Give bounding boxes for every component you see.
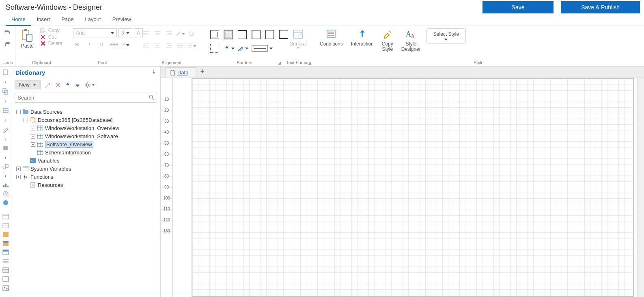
rail-pencil-icon[interactable]: [2, 126, 10, 133]
align-top-left-icon[interactable]: [141, 28, 151, 39]
border-top-icon[interactable]: [238, 30, 250, 39]
bold-icon[interactable]: B: [73, 41, 81, 48]
rail-box-icon[interactable]: [2, 276, 10, 282]
align-right-icon[interactable]: [164, 41, 174, 51]
rail-chevron5-icon[interactable]: ›: [2, 154, 10, 160]
fill-color-dropdown[interactable]: [224, 46, 236, 51]
search-field[interactable]: [17, 95, 149, 101]
copy-style-button[interactable]: Copy Style: [378, 28, 397, 53]
tree-node-table-3[interactable]: + Software_Overview: [13, 140, 159, 148]
move-down-icon[interactable]: [75, 82, 80, 88]
tree-node-table-1[interactable]: + WindowsWorkstation_Overview: [13, 124, 159, 132]
rail-chevron3-icon[interactable]: ›: [2, 117, 10, 123]
copy-button[interactable]: Copy: [40, 28, 62, 33]
tab-preview[interactable]: Preview: [107, 15, 137, 26]
rail-shape-icon[interactable]: [2, 164, 10, 169]
redo-icon[interactable]: [4, 41, 11, 49]
rail-chevron6-icon[interactable]: ›: [2, 173, 10, 179]
save-button[interactable]: Save: [482, 1, 554, 13]
undo-icon[interactable]: [4, 29, 11, 37]
font-name-dropdown[interactable]: Arial: [73, 28, 117, 37]
search-input[interactable]: [15, 93, 157, 103]
svg-rect-30: [3, 232, 9, 237]
rail-panel-icon[interactable]: [2, 249, 10, 255]
interaction-button[interactable]: Interaction: [347, 28, 378, 48]
border-left-icon[interactable]: [252, 30, 264, 39]
copy-label: Copy: [48, 28, 60, 33]
tree-node-variables[interactable]: x Variables: [13, 156, 159, 165]
cut-button[interactable]: Cut: [40, 34, 62, 40]
border-right-icon[interactable]: [265, 30, 278, 39]
angle-icon[interactable]: [175, 28, 185, 39]
rail-clock-icon[interactable]: [2, 191, 10, 197]
border-none-icon[interactable]: [210, 44, 222, 53]
tab-layout[interactable]: Layout: [80, 15, 107, 26]
tree-node-database[interactable]: − Docusnap365 [Ds365Database]: [13, 116, 159, 124]
rail-chart-icon[interactable]: [2, 182, 10, 188]
tree-node-table-2[interactable]: + WindowsWorkstation_Software: [13, 132, 159, 140]
strike-icon[interactable]: abc: [110, 41, 118, 48]
rail-barcode-icon[interactable]: [2, 145, 10, 151]
delete-entry-icon[interactable]: [55, 82, 61, 88]
canvas-tab-data[interactable]: Data: [166, 67, 196, 78]
rail-pages-icon[interactable]: [2, 88, 10, 95]
delete-button[interactable]: Delete: [40, 41, 62, 46]
settings-gear-icon[interactable]: [84, 82, 95, 88]
align-center-icon[interactable]: [153, 41, 162, 51]
rail-list-icon[interactable]: [2, 267, 10, 273]
rail-layers-icon[interactable]: [2, 107, 10, 114]
rotate-icon[interactable]: [187, 28, 196, 39]
font-group-label: Font: [71, 59, 134, 66]
tree-node-functions[interactable]: + fx Functions: [13, 173, 159, 181]
save-publish-button[interactable]: Save & Publish: [561, 1, 640, 13]
rail-page-icon[interactable]: [2, 69, 10, 76]
design-surface[interactable]: [173, 78, 637, 297]
underline-icon[interactable]: U: [97, 41, 106, 48]
rail-chevron2-icon[interactable]: ›: [2, 98, 10, 104]
border-outline-icon[interactable]: [224, 30, 236, 39]
new-button[interactable]: New: [15, 80, 41, 89]
rail-chevron4-icon[interactable]: ›: [2, 136, 10, 142]
rail-globe-icon[interactable]: [2, 200, 10, 206]
align-justify-icon[interactable]: [175, 41, 185, 51]
page-icon: [170, 70, 175, 76]
edit-icon[interactable]: [45, 82, 51, 88]
borders-launcher-icon[interactable]: ◢: [278, 61, 281, 65]
tab-home[interactable]: Home: [6, 15, 31, 26]
svg-point-45: [149, 95, 153, 98]
rail-grid-orange-icon[interactable]: [2, 232, 10, 237]
add-tab-button[interactable]: +: [196, 66, 209, 78]
font-size-dropdown[interactable]: 8: [118, 28, 132, 37]
border-style-dropdown[interactable]: [252, 45, 278, 52]
conditions-button[interactable]: Conditions: [316, 28, 347, 48]
tree-node-resources[interactable]: Resources: [13, 181, 159, 189]
rail-image-icon[interactable]: [2, 285, 10, 291]
border-color-dropdown[interactable]: [238, 46, 250, 51]
align-left-icon[interactable]: [141, 41, 151, 51]
select-style-dropdown[interactable]: Select Style: [426, 28, 466, 43]
vertical-scrollbar[interactable]: [637, 78, 644, 297]
tree-node-data-sources[interactable]: − Data Sources: [13, 108, 159, 116]
tree-node-table-4[interactable]: SchemaInformation: [13, 148, 159, 156]
italic-icon[interactable]: I: [85, 41, 93, 48]
align-top-center-icon[interactable]: [153, 28, 162, 39]
rail-table-icon[interactable]: [2, 214, 10, 219]
textformat-launcher-icon[interactable]: ◢: [308, 61, 311, 65]
font-color-icon[interactable]: A: [122, 41, 130, 48]
rail-chevron-icon[interactable]: ›: [2, 79, 10, 85]
align-top-right-icon[interactable]: [164, 28, 174, 39]
line-spacing-icon[interactable]: [187, 41, 196, 51]
search-icon[interactable]: [149, 94, 154, 101]
rail-rows-icon[interactable]: [2, 258, 10, 264]
border-all-icon[interactable]: [210, 30, 222, 39]
paste-button[interactable]: Paste: [18, 28, 37, 50]
tab-insert[interactable]: Insert: [31, 15, 56, 26]
pin-icon[interactable]: [151, 69, 156, 76]
move-up-icon[interactable]: [65, 82, 71, 88]
style-designer-button[interactable]: A A Style Designer: [397, 28, 425, 53]
rail-calendar-icon[interactable]: [2, 223, 10, 228]
rail-grid-blue-icon[interactable]: [2, 241, 10, 246]
tree-node-system-variables[interactable]: + System Variables: [13, 165, 159, 173]
tab-page[interactable]: Page: [56, 15, 79, 26]
general-format-button[interactable]: General: [285, 28, 311, 50]
